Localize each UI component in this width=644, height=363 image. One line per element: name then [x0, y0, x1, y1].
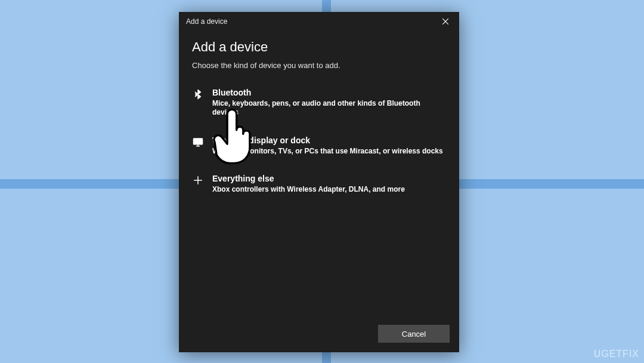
plus-icon — [192, 174, 204, 194]
dialog-subheading: Choose the kind of device you want to ad… — [192, 61, 446, 70]
bluetooth-icon — [192, 88, 204, 118]
monitor-icon — [192, 136, 204, 156]
titlebar: Add a device — [179, 12, 459, 31]
close-button[interactable] — [432, 12, 459, 31]
option-wireless-display[interactable]: Wireless display or dock Wireless monito… — [192, 130, 446, 165]
cancel-button[interactable]: Cancel — [378, 325, 450, 343]
option-desc: Wireless monitors, TVs, or PCs that use … — [212, 147, 443, 156]
option-bluetooth[interactable]: Bluetooth Mice, keyboards, pens, or audi… — [192, 82, 446, 127]
close-icon — [442, 19, 448, 24]
option-title: Bluetooth — [212, 88, 446, 98]
option-desc: Xbox controllers with Wireless Adapter, … — [212, 185, 405, 195]
window-title: Add a device — [186, 17, 227, 26]
dialog-content: Add a device Choose the kind of device y… — [179, 31, 459, 319]
option-text: Bluetooth Mice, keyboards, pens, or audi… — [212, 88, 446, 118]
option-text: Everything else Xbox controllers with Wi… — [212, 174, 405, 194]
option-text: Wireless display or dock Wireless monito… — [212, 136, 443, 156]
watermark: UGETFIX — [594, 349, 639, 359]
option-title: Wireless display or dock — [212, 136, 443, 146]
dialog-footer: Cancel — [179, 319, 459, 352]
option-everything-else[interactable]: Everything else Xbox controllers with Wi… — [192, 168, 446, 204]
option-desc: Mice, keyboards, pens, or audio and othe… — [212, 99, 446, 118]
svg-rect-2 — [194, 139, 203, 144]
option-title: Everything else — [212, 174, 405, 184]
add-device-dialog: Add a device Add a device Choose the kin… — [179, 12, 459, 352]
dialog-heading: Add a device — [192, 39, 446, 55]
